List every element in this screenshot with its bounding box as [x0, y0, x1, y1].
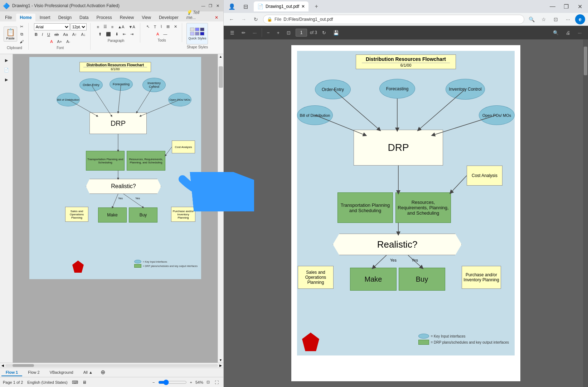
indent-less-button[interactable]: ⇤	[121, 31, 128, 38]
restore-button[interactable]: ❐	[208, 3, 213, 9]
text-shrink-button[interactable]: ▼A	[127, 24, 137, 30]
decrease-size-button[interactable]: A-	[64, 38, 72, 45]
increase-size-button[interactable]: A+	[55, 38, 64, 45]
nav-button[interactable]: ▶	[3, 76, 10, 83]
close-browser-button[interactable]: ✕	[574, 1, 585, 12]
scroll-up-button[interactable]: ▲	[218, 54, 223, 59]
zoom-out-pdf-button[interactable]: −	[265, 29, 272, 37]
back-button[interactable]: ←	[227, 14, 237, 24]
tab-all[interactable]: All ▲	[79, 369, 97, 376]
strikethrough-button[interactable]: ab	[53, 31, 60, 38]
font-color-button[interactable]: Aa	[61, 31, 69, 38]
refresh-button[interactable]: ↻	[251, 14, 261, 24]
tab-tell-me[interactable]: 💡 Tell me...	[183, 9, 209, 22]
profile-button[interactable]: 👤	[227, 1, 237, 12]
font-color-a-button[interactable]: A	[48, 38, 54, 45]
sidebar-button[interactable]: ⊟	[240, 1, 251, 12]
scroll-left-button[interactable]: ◀	[1, 364, 4, 367]
text-grow-button[interactable]: ▲A	[116, 24, 126, 30]
tab-vbackground[interactable]: VBackground	[45, 369, 78, 376]
pdf-page-input[interactable]	[296, 29, 307, 37]
fit-pdf-button[interactable]: ⊡	[285, 29, 293, 37]
restore-browser-button[interactable]: ❐	[561, 1, 572, 12]
connector-button[interactable]: ⌇	[159, 23, 164, 30]
tab-close[interactable]: ✕	[211, 14, 222, 22]
save-pdf-button[interactable]: 💾	[331, 29, 341, 37]
zoom-slider[interactable]	[158, 379, 187, 385]
tab-add[interactable]: ⊕	[98, 369, 107, 376]
font-name-select[interactable]: Arial	[34, 23, 70, 30]
h-scrollbar-thumb[interactable]	[13, 364, 34, 367]
tab-flow1[interactable]: Flow 1	[1, 369, 22, 376]
rotate-pdf-button[interactable]: ↻	[320, 29, 328, 37]
shrink-font-button[interactable]: A↓	[79, 31, 88, 38]
close-button[interactable]: ✕	[215, 3, 220, 9]
tab-review[interactable]: Review	[116, 14, 137, 22]
tab-flow2[interactable]: Flow 2	[24, 369, 44, 376]
forward-button[interactable]: →	[239, 14, 249, 24]
align-top-button[interactable]: ⬆	[97, 31, 103, 38]
underline-button[interactable]: U	[45, 31, 52, 38]
scroll-down-button[interactable]: ▼	[218, 358, 223, 363]
pdf-search-button[interactable]: 🔍	[551, 29, 561, 37]
browser-more-button[interactable]: ···	[563, 14, 573, 24]
crop-button[interactable]: ✕	[172, 23, 179, 30]
tab-design[interactable]: Design	[55, 14, 75, 22]
snap-glue-button[interactable]: ⊞	[165, 23, 171, 30]
pdf-right-scrollbar[interactable]	[583, 39, 588, 387]
minimize-button[interactable]: —	[200, 3, 206, 9]
tab-file[interactable]: File	[1, 14, 15, 22]
pdf-draw-button[interactable]: ✏	[239, 29, 248, 37]
align-left-button[interactable]: ≡	[95, 24, 101, 30]
tab-data[interactable]: Data	[76, 14, 92, 22]
bold-button[interactable]: B	[33, 31, 39, 38]
line-button[interactable]: —	[161, 31, 169, 37]
align-right-button[interactable]: ≡	[110, 24, 115, 30]
format-painter-button[interactable]: 🖌	[18, 38, 25, 45]
tab-developer[interactable]: Developer	[155, 14, 182, 22]
scrollbar-thumb[interactable]	[219, 66, 223, 88]
pdf-toc-button[interactable]: ☰	[228, 29, 237, 37]
edge-button[interactable]: e	[575, 14, 585, 24]
text-button[interactable]: T	[152, 24, 158, 30]
tab-home[interactable]: Home	[16, 14, 35, 22]
favorites-button[interactable]: ☆	[539, 14, 549, 24]
copy-button[interactable]: ⧉	[18, 31, 25, 38]
paste-button[interactable]: 📋 Paste	[4, 27, 17, 42]
pdf-more-button[interactable]: ···	[575, 29, 584, 37]
tab-close-button[interactable]: ✕	[301, 4, 305, 9]
align-bottom-button[interactable]: ⬇	[113, 31, 120, 38]
italic-button[interactable]: I	[40, 31, 45, 38]
minimize-browser-button[interactable]: —	[547, 1, 558, 12]
cut-button[interactable]: ✂	[18, 23, 25, 30]
h-scrollbar[interactable]: ◀ ▶	[0, 363, 223, 368]
visio-canvas[interactable]: Distribution Resources Flowchart 6/1/00 …	[29, 57, 201, 279]
read-aloud-button[interactable]: ⊡	[551, 14, 561, 24]
zoom-browser-button[interactable]: 🔍	[526, 14, 536, 24]
full-screen-button[interactable]: ⛶	[213, 379, 220, 386]
page-button[interactable]: 📄	[2, 67, 11, 73]
scroll-right-button[interactable]: ▶	[219, 364, 222, 367]
browser-tab[interactable]: 📄 Drawing1_out.pdf ✕	[254, 1, 308, 11]
zoom-in-button[interactable]: +	[188, 379, 194, 386]
grow-font-button[interactable]: A↑	[71, 31, 79, 38]
right-scrollbar[interactable]: ▲ ▼	[218, 54, 223, 363]
align-center-button[interactable]: ☰	[102, 23, 109, 30]
pdf-scrollbar-thumb[interactable]	[584, 47, 587, 75]
quick-styles-button[interactable]: Quick Styles	[186, 23, 208, 44]
new-tab-button[interactable]: +	[311, 1, 321, 11]
fill-button[interactable]: A	[155, 31, 161, 37]
tab-insert[interactable]: Insert	[36, 14, 54, 22]
font-size-select[interactable]: 12pt.	[71, 23, 87, 30]
zoom-in-pdf-button[interactable]: +	[274, 29, 282, 37]
expand-button[interactable]: ▶	[3, 57, 10, 64]
tab-view[interactable]: View	[138, 14, 155, 22]
pointer-button[interactable]: ↖	[145, 23, 151, 30]
fit-page-button[interactable]: ⊡	[205, 379, 212, 386]
pdf-more-tools-button[interactable]: ···	[251, 29, 259, 37]
tab-process[interactable]: Process	[93, 14, 115, 22]
zoom-out-button[interactable]: −	[151, 379, 156, 386]
pdf-print-button[interactable]: 🖨	[564, 29, 573, 37]
align-mid-button[interactable]: ⬛	[104, 31, 113, 38]
indent-more-button[interactable]: ⇥	[128, 31, 135, 38]
